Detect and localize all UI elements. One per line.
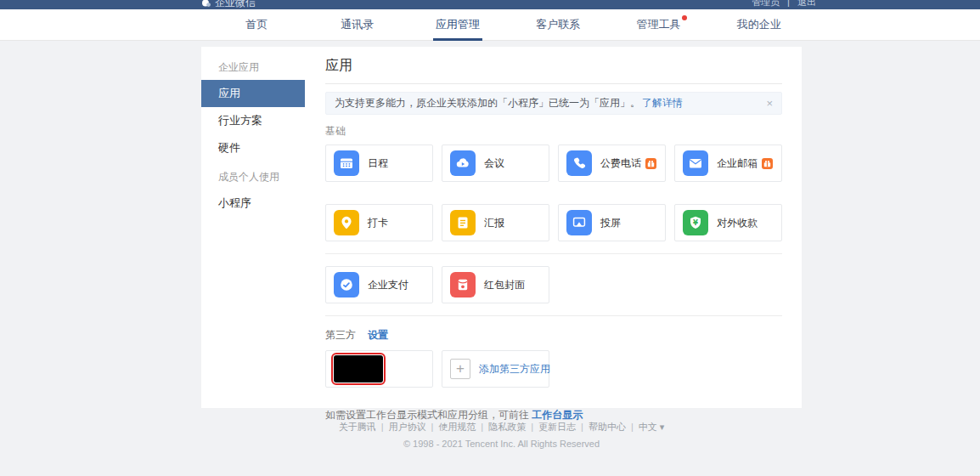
- notice-text: 为支持更多能力，原企业关联添加的「小程序」已统一为「应用」。: [335, 96, 640, 110]
- sidebar-group-enterprise-apps: 企业应用: [201, 52, 305, 80]
- brand-label: 企业微信: [215, 0, 256, 9]
- base-section-label: 基础: [325, 124, 782, 139]
- screencast-icon: [566, 210, 592, 235]
- notification-dot: [682, 15, 687, 20]
- sidebar-group-personal-use: 成员个人使用: [201, 162, 305, 190]
- app-name: 红包封面: [484, 278, 525, 292]
- nav-items: 首页 通讯录 应用管理 客户联系 管理工具 我的企业: [206, 9, 809, 41]
- nav-customer-contact[interactable]: 客户联系: [508, 9, 608, 41]
- section-divider: [325, 315, 782, 316]
- nav-admin-tools-label: 管理工具: [636, 18, 680, 31]
- app-name: 投屏: [600, 216, 621, 230]
- app-name: 会议: [484, 156, 504, 171]
- footer-link-help-center[interactable]: 帮助中心: [589, 422, 626, 432]
- app-card-free-call[interactable]: 公费电话: [558, 144, 666, 182]
- app-card-report[interactable]: 汇报: [442, 204, 549, 241]
- plus-icon: +: [450, 359, 470, 379]
- pay-icon: [334, 272, 359, 298]
- sidebar-item-industry-solutions[interactable]: 行业方案: [201, 107, 305, 134]
- workbench-note-text: 如需设置工作台显示模式和应用分组，可前往: [325, 409, 532, 421]
- page-title: 应用: [325, 57, 782, 75]
- content-panel: 企业应用 应用 行业方案 硬件 成员个人使用 小程序 应用 为支持更多能力，原企…: [201, 47, 802, 408]
- footer-separator: |: [581, 422, 583, 432]
- footer-separator: |: [631, 422, 634, 432]
- nav-app-management[interactable]: 应用管理: [408, 9, 508, 41]
- app-card-red-packet-cover[interactable]: 红包封面: [442, 266, 549, 303]
- nav-home[interactable]: 首页: [206, 9, 307, 41]
- footer-link-privacy[interactable]: 隐私政策: [488, 422, 526, 432]
- meeting-icon: [450, 150, 476, 176]
- third-party-label: 第三方: [325, 328, 356, 343]
- footer-separator: |: [381, 422, 384, 432]
- nav-contacts[interactable]: 通讯录: [307, 9, 407, 41]
- sidebar-item-hardware[interactable]: 硬件: [201, 134, 305, 162]
- notice-banner: 为支持更多能力，原企业关联添加的「小程序」已统一为「应用」。 了解详情 ×: [325, 92, 782, 115]
- add-third-party-app-button[interactable]: + 添加第三方应用: [442, 350, 549, 388]
- account-name[interactable]: 管理员: [752, 0, 780, 7]
- app-card-mail[interactable]: 企业邮箱: [674, 144, 782, 182]
- svg-text:¥: ¥: [693, 218, 698, 227]
- notice-learn-more-link[interactable]: 了解详情: [642, 96, 683, 110]
- mail-icon: [683, 150, 708, 176]
- close-icon[interactable]: ×: [766, 98, 773, 109]
- app-name: 企业支付: [368, 278, 408, 292]
- footer-separator: |: [481, 422, 483, 432]
- app-name: 汇报: [484, 216, 504, 230]
- app-card-schedule[interactable]: 日程: [325, 144, 433, 182]
- app-name: 公费电话: [600, 156, 641, 171]
- app-name: 企业邮箱: [717, 156, 758, 171]
- base-apps-grid: 日程 会议 公费电话: [325, 144, 782, 241]
- footer-language-selector[interactable]: 中文 ▾: [639, 422, 665, 432]
- caret-down-icon: ▾: [660, 422, 665, 432]
- app-card-screencast[interactable]: 投屏: [558, 204, 666, 241]
- gift-badge-icon: [645, 158, 656, 169]
- footer-links: 关于腾讯|用户协议|使用规范|隐私政策|更新日志|帮助中心|中文 ▾: [201, 421, 802, 434]
- copyright: © 1998 - 2021 Tencent Inc. All Rights Re…: [201, 439, 802, 449]
- app-card-enterprise-pay[interactable]: 企业支付: [325, 266, 433, 303]
- collect-money-icon: ¥: [683, 210, 708, 235]
- workbench-display-link[interactable]: 工作台显示: [532, 409, 583, 421]
- app-name: 日程: [368, 156, 388, 171]
- footer-link-changelog[interactable]: 更新日志: [538, 422, 576, 432]
- third-party-settings-link[interactable]: 设置: [368, 328, 388, 343]
- footer-link-about[interactable]: 关于腾讯: [339, 422, 376, 432]
- redaction-highlight: [331, 353, 386, 385]
- third-party-header: 第三方 设置: [325, 328, 782, 343]
- topbar-separator: |: [787, 0, 790, 7]
- app-card-collect-money[interactable]: ¥ 对外收款: [674, 204, 782, 241]
- redacted-app: [334, 355, 383, 382]
- report-icon: [450, 210, 476, 235]
- footer-language-label: 中文: [639, 422, 657, 432]
- footer-separator: |: [531, 422, 533, 432]
- logout-link[interactable]: 退出: [797, 0, 816, 7]
- footer-link-usage-rules[interactable]: 使用规范: [438, 422, 476, 432]
- footer-link-user-agreement[interactable]: 用户协议: [388, 422, 425, 432]
- topbar-account-area: 管理员 | 退出: [749, 0, 819, 8]
- nav-admin-tools[interactable]: 管理工具: [608, 9, 708, 41]
- third-party-app-card[interactable]: [325, 350, 433, 388]
- nav-my-company[interactable]: 我的企业: [709, 9, 809, 41]
- wework-logo-icon: [201, 0, 211, 8]
- brand: 企业微信: [201, 0, 256, 9]
- calendar-icon: [334, 150, 359, 176]
- third-party-grid: + 添加第三方应用: [325, 350, 782, 388]
- footer-separator: |: [431, 422, 433, 432]
- sidebar: 企业应用 应用 行业方案 硬件 成员个人使用 小程序: [201, 47, 305, 408]
- app-name: 打卡: [368, 216, 388, 230]
- sidebar-item-apps[interactable]: 应用: [201, 80, 305, 107]
- footer: 关于腾讯|用户协议|使用规范|隐私政策|更新日志|帮助中心|中文 ▾ © 199…: [201, 421, 802, 449]
- main-content: 应用 为支持更多能力，原企业关联添加的「小程序」已统一为「应用」。 了解详情 ×…: [305, 47, 803, 408]
- app-card-checkin[interactable]: 打卡: [325, 204, 433, 241]
- section-divider: [325, 253, 782, 254]
- red-packet-icon: [450, 272, 476, 298]
- main-navbar: 首页 通讯录 应用管理 客户联系 管理工具 我的企业: [0, 9, 980, 41]
- app-name: 对外收款: [717, 216, 758, 230]
- add-third-party-label: 添加第三方应用: [479, 362, 550, 377]
- checkin-pin-icon: [334, 210, 359, 235]
- top-dark-bar: 企业微信 管理员 | 退出: [0, 0, 980, 9]
- sidebar-item-miniprogram[interactable]: 小程序: [201, 190, 305, 217]
- app-card-meeting[interactable]: 会议: [442, 144, 549, 182]
- extra-apps-grid: 企业支付 红包封面: [325, 266, 782, 303]
- phone-icon: [566, 150, 592, 176]
- gift-badge-icon: [762, 158, 773, 169]
